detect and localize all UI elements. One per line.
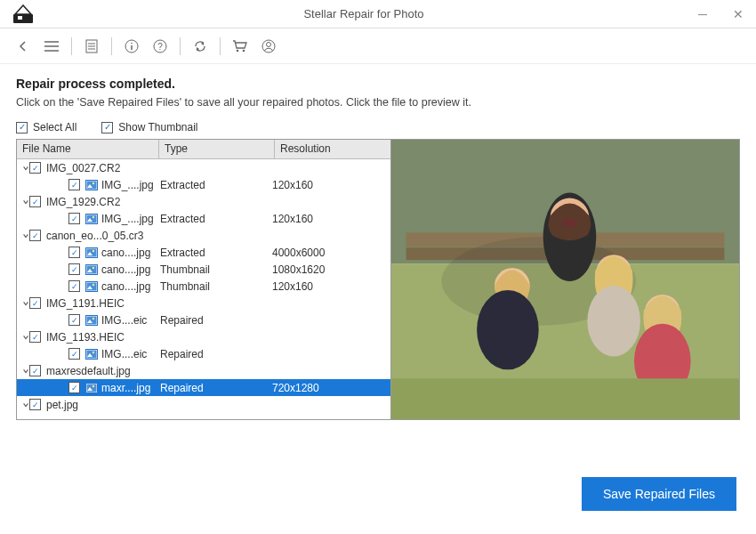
image-file-icon [85,180,98,190]
svg-point-17 [237,49,239,52]
help-icon[interactable]: ? [148,34,173,59]
info-icon[interactable] [119,34,144,59]
column-header-name[interactable]: File Name [17,140,159,158]
row-checkbox[interactable]: ✓ [29,162,41,174]
chevron-down-icon[interactable] [17,231,29,240]
svg-text:?: ? [157,42,163,52]
image-file-icon [85,214,98,224]
svg-point-64 [587,286,640,356]
svg-rect-46 [87,350,97,358]
svg-point-40 [92,283,94,285]
svg-rect-22 [87,181,97,189]
file-name-cell: IMG_1929.CR2 [46,196,189,208]
file-name-cell: IMG_0027.CR2 [46,162,189,174]
row-checkbox[interactable]: ✓ [68,213,80,224]
file-resolution-cell: 1080x1620 [272,263,387,276]
tree-leaf-row[interactable]: ✓IMG....eicRepaired [17,345,390,362]
file-name-cell: IMG....eic [101,314,157,327]
row-checkbox[interactable]: ✓ [68,247,80,258]
close-button[interactable]: ✕ [720,0,756,28]
tree-leaf-row[interactable]: ✓IMG_....jpgExtracted120x160 [17,176,390,193]
row-checkbox[interactable]: ✓ [68,348,80,360]
image-file-icon [85,247,98,258]
tree-leaf-row[interactable]: ✓cano....jpgExtracted4000x6000 [17,244,390,261]
column-header-resolution[interactable]: Resolution [275,140,390,158]
tree-leaf-row[interactable]: ✓cano....jpgThumbnail120x160 [17,278,390,295]
svg-marker-1 [15,5,31,14]
user-icon[interactable] [256,34,281,59]
tree-parent-row[interactable]: ✓canon_eo...0_05.cr3 [17,227,390,244]
tree-leaf-row[interactable]: ✓IMG....eicRepaired [17,312,390,328]
chevron-down-icon[interactable] [17,400,29,409]
column-header-type[interactable]: Type [159,140,275,158]
svg-point-62 [477,290,539,369]
tree-parent-row[interactable]: ✓IMG_1929.CR2 [17,193,390,210]
row-checkbox[interactable]: ✓ [29,365,41,376]
svg-point-36 [92,266,94,268]
chevron-down-icon[interactable] [17,164,29,173]
file-type-cell: Thumbnail [157,280,272,293]
toolbar-separator [111,37,112,55]
file-type-cell: Extracted [157,247,272,259]
svg-rect-42 [87,316,97,324]
row-checkbox[interactable]: ✓ [29,331,41,343]
row-checkbox[interactable]: ✓ [68,382,80,393]
row-checkbox[interactable]: ✓ [68,179,80,190]
chevron-down-icon[interactable] [17,299,29,308]
file-resolution-cell: 720x1280 [272,382,387,394]
select-all-checkbox[interactable]: ✓ Select All [16,121,76,134]
page-subheading: Click on the 'Save Repaired Files' to sa… [16,96,740,109]
tree-body[interactable]: ✓IMG_0027.CR2✓IMG_....jpgExtracted120x16… [17,159,390,419]
page-heading: Repair process completed. [16,77,740,91]
svg-rect-38 [87,282,97,290]
row-checkbox[interactable]: ✓ [29,399,41,410]
select-all-label: Select All [33,121,76,134]
app-logo-icon [11,2,36,27]
tree-leaf-row[interactable]: ✓maxr....jpgRepaired720x1280 [17,379,390,396]
chevron-down-icon[interactable] [17,198,29,206]
file-name-cell: IMG_....jpg [101,179,157,191]
file-name-cell: maxresdefault.jpg [46,365,189,377]
chevron-down-icon[interactable] [17,367,29,376]
checkbox-icon: ✓ [101,122,113,134]
minimize-button[interactable]: ─ [685,0,720,28]
tree-leaf-row[interactable]: ✓cano....jpgThumbnail1080x1620 [17,261,390,278]
row-checkbox[interactable]: ✓ [29,297,41,309]
row-checkbox[interactable]: ✓ [68,280,80,292]
svg-rect-2 [18,16,22,20]
row-checkbox[interactable]: ✓ [29,230,41,241]
svg-rect-26 [87,214,97,222]
file-name-cell: maxr....jpg [101,382,157,394]
image-file-icon [85,315,98,326]
row-checkbox[interactable]: ✓ [68,314,80,326]
tree-leaf-row[interactable]: ✓IMG_....jpgExtracted120x160 [17,210,390,227]
tree-parent-row[interactable]: ✓IMG_1191.HEIC [17,295,390,312]
checkbox-icon: ✓ [16,122,28,134]
tree-parent-row[interactable]: ✓IMG_0027.CR2 [17,159,390,176]
row-checkbox[interactable]: ✓ [29,196,41,207]
chevron-down-icon[interactable] [17,333,29,342]
tree-parent-row[interactable]: ✓pet.jpg [17,396,390,413]
file-resolution-cell: 4000x6000 [272,247,387,259]
file-name-cell: IMG_....jpg [101,213,157,225]
file-resolution-cell: 120x160 [272,179,387,191]
preview-pane [390,140,739,419]
log-icon[interactable] [79,34,104,59]
file-name-cell: cano....jpg [101,280,157,293]
svg-rect-67 [391,378,739,419]
svg-rect-50 [87,384,97,392]
show-thumbnail-checkbox[interactable]: ✓ Show Thumbnail [101,121,197,134]
row-checkbox[interactable]: ✓ [68,263,80,275]
svg-point-18 [243,49,245,52]
back-button[interactable] [11,34,36,59]
file-resolution-cell: 120x160 [272,280,387,293]
refresh-icon[interactable] [188,34,213,59]
save-repaired-files-button[interactable]: Save Repaired Files [582,477,736,511]
svg-rect-30 [87,248,97,256]
file-name-cell: cano....jpg [101,247,157,259]
cart-icon[interactable] [228,34,253,59]
tree-parent-row[interactable]: ✓maxresdefault.jpg [17,362,390,379]
tree-parent-row[interactable]: ✓IMG_1193.HEIC [17,328,390,345]
menu-icon[interactable] [39,34,64,59]
file-name-cell: cano....jpg [101,263,157,276]
